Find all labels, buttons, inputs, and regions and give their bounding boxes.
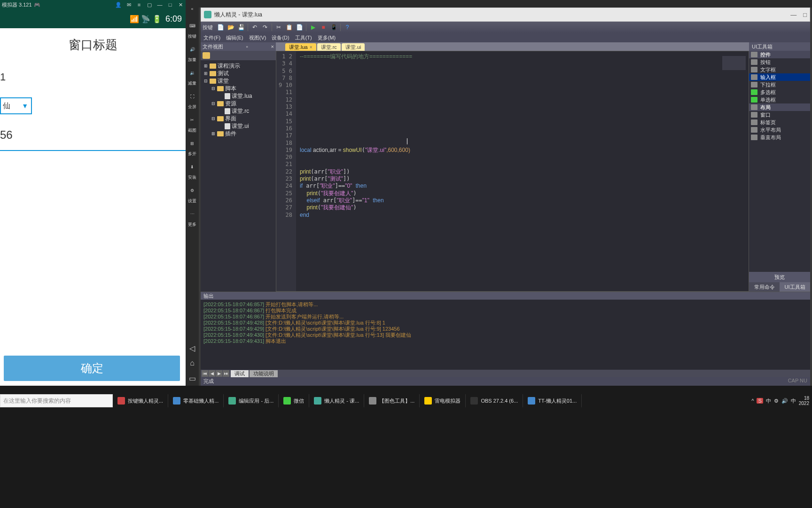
toolbox-item[interactable]: 窗口 xyxy=(749,111,810,119)
volume-down-icon[interactable]: 🔉 xyxy=(187,67,198,79)
menu-tools[interactable]: 工具(T) xyxy=(295,34,312,41)
toolbox-item-selected[interactable]: 输入框 xyxy=(749,73,810,81)
output-tab[interactable]: 功能说明 xyxy=(250,370,278,377)
home-icon[interactable]: ⌂ xyxy=(187,358,197,368)
tree-node[interactable]: ⊟界面 xyxy=(202,115,275,122)
menu-device[interactable]: 设备(D) xyxy=(272,34,289,41)
menu-view[interactable]: 视图(V) xyxy=(249,34,266,41)
close-tab-icon[interactable]: × xyxy=(310,45,312,50)
emulator-titlebar[interactable]: 模拟器 3.121 🎮 👤 ✉ ≡ ▢ — □ ✕ xyxy=(0,0,186,9)
fullscreen-icon[interactable]: ⛶ xyxy=(187,91,198,102)
ime-lang[interactable]: 中 xyxy=(766,397,771,405)
toolbox-tab[interactable]: 常用命令 xyxy=(749,282,780,292)
tab[interactable]: 课堂.ui xyxy=(342,43,365,51)
open-icon[interactable]: 📂 xyxy=(226,23,235,32)
redo-icon[interactable]: ↷ xyxy=(260,23,270,32)
tray-icon[interactable]: ⚙ xyxy=(774,398,779,404)
minimize-icon[interactable]: — xyxy=(156,1,163,8)
keymap-icon[interactable]: ⌨ xyxy=(187,20,198,32)
taskbar-item[interactable]: OBS 27.2.4 (6... xyxy=(466,394,523,407)
toolbox-tab-active[interactable]: UI工具箱 xyxy=(780,282,810,292)
output-tab-active[interactable]: 调试 xyxy=(231,370,249,377)
taskbar-item[interactable]: 编辑应用 - 后... xyxy=(224,394,279,407)
menu-file[interactable]: 文件(F) xyxy=(203,34,220,41)
tree-node[interactable]: ⊟脚本 xyxy=(202,85,275,92)
confirm-button[interactable]: 确定 xyxy=(4,356,180,381)
taskbar-item[interactable]: TT-懒人精灵01... xyxy=(523,394,582,407)
tab[interactable]: 课堂.rc xyxy=(317,43,341,51)
tray-up-icon[interactable]: ^ xyxy=(751,398,754,404)
tree-node[interactable]: ⊞插件 xyxy=(202,130,275,137)
taskbar-item[interactable]: 雷电模拟器 xyxy=(420,394,466,407)
code-content[interactable]: --========编写代码的地方============= local act… xyxy=(296,51,711,291)
close-panel-icon[interactable]: × xyxy=(271,44,274,49)
copy-icon[interactable]: 📋 xyxy=(284,23,294,32)
last-icon[interactable]: ⏭ xyxy=(223,370,229,377)
cut-icon[interactable]: ✂ xyxy=(274,23,283,32)
settings-icon[interactable]: ⚙ xyxy=(187,185,198,196)
tree-file[interactable]: 课堂.rc xyxy=(202,107,275,115)
ide-titlebar[interactable]: 懒人精灵 - 课堂.lua — □ xyxy=(201,8,810,22)
output-body[interactable]: [2022:05:15-18:07:46:857] 开始打包脚本,请稍等...[… xyxy=(201,300,810,370)
menu-icon[interactable]: ≡ xyxy=(136,1,142,8)
screenshot-icon[interactable]: ✂ xyxy=(187,114,198,126)
run-icon[interactable]: ▶ xyxy=(308,23,318,32)
tree-file[interactable]: 课堂.ui xyxy=(202,122,275,130)
toolbox-item[interactable]: 垂直布局 xyxy=(749,134,810,141)
collapse-button[interactable]: « xyxy=(187,3,198,15)
pin-icon[interactable]: ▫ xyxy=(246,44,248,49)
dropdown-select[interactable]: 仙 ▼ xyxy=(0,97,32,114)
tree-file[interactable]: 课堂.lua xyxy=(202,92,275,100)
more-icon[interactable]: ⋯ xyxy=(187,208,198,220)
save-icon[interactable]: 💾 xyxy=(236,23,246,32)
taskbar-item[interactable]: 【图色工具】... xyxy=(364,394,420,407)
toolbox-item[interactable]: 多选框 xyxy=(749,88,810,96)
tree-node[interactable]: ⊞课程演示 xyxy=(202,62,275,70)
tree-node[interactable]: ⊟资源 xyxy=(202,100,275,107)
device-icon[interactable]: 📱 xyxy=(329,23,338,32)
taskbar-item[interactable]: 零基础懒人精... xyxy=(168,394,224,407)
taskbar-clock[interactable]: 182022 xyxy=(799,396,809,406)
recents-icon[interactable]: ▭ xyxy=(187,373,197,383)
toolbox-item[interactable]: 按钮 xyxy=(749,58,810,66)
toolbox-item[interactable]: 单选框 xyxy=(749,96,810,103)
menu-edit[interactable]: 编辑(E) xyxy=(226,34,243,41)
ime-lang[interactable]: 中 xyxy=(791,397,796,405)
paste-icon[interactable]: 📄 xyxy=(295,23,304,32)
mail-icon[interactable]: ✉ xyxy=(125,1,132,8)
windows-search[interactable]: 在这里输入你要搜索的内容 xyxy=(0,394,113,407)
help-icon[interactable]: ? xyxy=(343,23,352,32)
toolbox-item[interactable]: 标签页 xyxy=(749,119,810,126)
file-tree[interactable]: ⊞课程演示 ⊞测试 ⊟课堂 ⊟脚本 课堂.lua ⊟资源 课堂.rc ⊟界面 课… xyxy=(201,60,276,292)
tree-node[interactable]: ⊟课堂 xyxy=(202,77,275,85)
menu-more[interactable]: 更多(M) xyxy=(318,34,336,41)
maximize-icon[interactable]: □ xyxy=(167,1,173,8)
preview-button[interactable]: 预览 xyxy=(749,272,810,282)
multi-icon[interactable]: ⊞ xyxy=(187,138,198,149)
ime-icon[interactable]: S xyxy=(757,398,763,404)
system-tray[interactable]: ^ S 中 ⚙ 🔊 中 182022 xyxy=(749,396,812,406)
user-icon[interactable]: 👤 xyxy=(115,1,122,8)
volume-up-icon[interactable]: 🔊 xyxy=(187,44,198,55)
window-icon[interactable]: ▢ xyxy=(146,1,153,8)
undo-icon[interactable]: ↶ xyxy=(250,23,259,32)
tray-icon[interactable]: 🔊 xyxy=(781,398,788,404)
folder-icon[interactable] xyxy=(203,52,210,59)
first-icon[interactable]: ⏮ xyxy=(202,370,208,377)
install-icon[interactable]: ⬇ xyxy=(187,161,198,173)
code-editor[interactable]: 1 2 3 4 5 6 7 8 9 10 11 12 13 14 15 16 1… xyxy=(276,51,749,292)
next-icon[interactable]: ▶ xyxy=(216,370,222,377)
taskbar-item[interactable]: 按键懒人精灵... xyxy=(113,394,168,407)
toolbox-item[interactable]: 水平布局 xyxy=(749,126,810,134)
prev-icon[interactable]: ◀ xyxy=(209,370,215,377)
new-icon[interactable]: 📄 xyxy=(216,23,225,32)
tree-node[interactable]: ⊞测试 xyxy=(202,70,275,77)
back-icon[interactable]: ◁ xyxy=(187,343,197,353)
stop-icon[interactable]: ■ xyxy=(319,23,328,32)
tab-active[interactable]: 课堂.lua× xyxy=(285,43,316,51)
taskbar-item[interactable]: 懒人精灵 - 课... xyxy=(309,394,364,407)
close-icon[interactable]: ✕ xyxy=(177,1,184,8)
taskbar-item[interactable]: 微信 xyxy=(279,394,309,407)
minimize-button[interactable]: — xyxy=(790,11,796,18)
toolbox-item[interactable]: 文字框 xyxy=(749,66,810,73)
